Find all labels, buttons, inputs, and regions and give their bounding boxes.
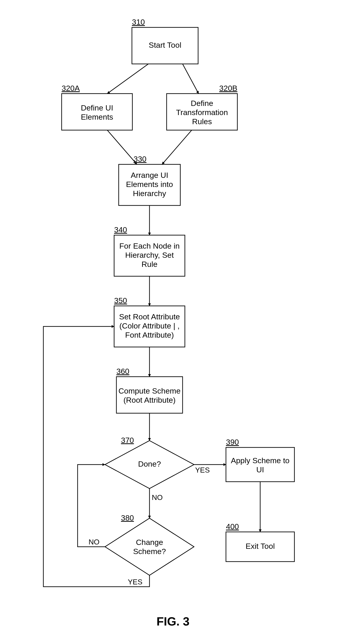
node-330: 330 Arrange UI Elements into Hierarchy — [119, 154, 180, 206]
svg-text:Compute Scheme: Compute Scheme — [118, 386, 180, 395]
svg-text:Done?: Done? — [138, 460, 161, 468]
svg-text:Hierarchy: Hierarchy — [133, 189, 166, 198]
svg-text:340: 340 — [114, 225, 127, 234]
edge-310-320A — [107, 64, 148, 94]
svg-text:Arrange UI: Arrange UI — [131, 171, 168, 180]
svg-text:370: 370 — [121, 436, 134, 444]
node-320A: 320A Define UI Elements — [62, 84, 132, 130]
figure-label: FIG. 3 — [156, 615, 190, 628]
svg-text:310: 310 — [132, 18, 145, 26]
node-380: 380 Change Scheme? — [105, 514, 194, 575]
svg-text:350: 350 — [114, 296, 127, 305]
node-310: 310 Start Tool — [132, 18, 198, 64]
svg-text:Start Tool: Start Tool — [148, 41, 181, 49]
svg-text:320B: 320B — [219, 84, 237, 92]
svg-text:360: 360 — [116, 367, 130, 376]
svg-text:Define UI: Define UI — [81, 104, 113, 112]
label-yes-380: YES — [128, 578, 142, 586]
svg-text:UI: UI — [256, 465, 264, 474]
svg-text:Elements: Elements — [81, 112, 113, 121]
edge-320A-330 — [107, 130, 137, 164]
flowchart-fig3: 310 Start Tool 320A Define UI Elements 3… — [0, 0, 346, 644]
svg-text:Define: Define — [191, 99, 213, 108]
svg-text:For Each Node in: For Each Node in — [119, 242, 180, 250]
svg-text:Change: Change — [136, 538, 163, 546]
node-390: 390 Apply Scheme to UI — [226, 438, 294, 482]
svg-text:(Root Attribute): (Root Attribute) — [124, 396, 176, 404]
svg-text:400: 400 — [226, 522, 239, 531]
svg-text:Transformation: Transformation — [176, 108, 228, 117]
svg-text:Hierarchy, Set: Hierarchy, Set — [125, 251, 174, 259]
svg-text:Font Attribute): Font Attribute) — [125, 330, 174, 339]
node-370: 370 Done? — [105, 436, 194, 488]
edge-310-320B — [182, 64, 198, 94]
label-no-370: NO — [152, 493, 163, 502]
label-yes-370: YES — [195, 466, 210, 474]
svg-text:380: 380 — [121, 514, 134, 522]
svg-text:(Color Attribute | ,: (Color Attribute | , — [119, 322, 180, 330]
edge-380-370 — [78, 464, 105, 547]
label-no-380: NO — [88, 538, 100, 546]
node-320B: 320B Define Transformation Rules — [166, 84, 237, 130]
svg-text:320A: 320A — [62, 84, 80, 92]
edge-320B-330 — [162, 130, 192, 164]
svg-text:Set Root Attribute: Set Root Attribute — [119, 312, 180, 321]
svg-text:Rules: Rules — [192, 117, 212, 126]
svg-text:390: 390 — [226, 438, 239, 446]
svg-text:Exit Tool: Exit Tool — [246, 542, 275, 550]
svg-text:Elements into: Elements into — [126, 180, 173, 188]
svg-text:Rule: Rule — [142, 260, 158, 268]
svg-text:Scheme?: Scheme? — [133, 547, 166, 556]
svg-text:Apply Scheme to: Apply Scheme to — [231, 456, 290, 465]
svg-text:330: 330 — [134, 154, 146, 163]
